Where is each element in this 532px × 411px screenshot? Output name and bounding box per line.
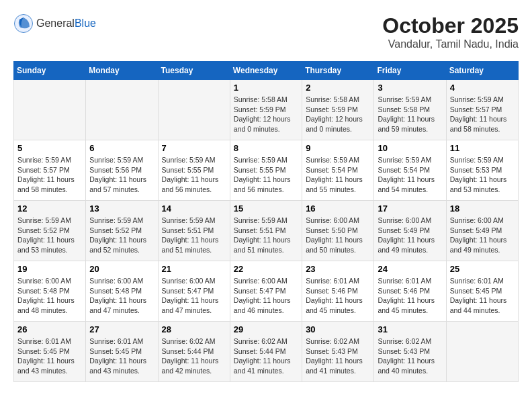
calendar-cell: 29 Sunrise: 6:02 AMSunset: 5:44 PMDaylig… bbox=[230, 322, 302, 382]
day-number: 11 bbox=[450, 143, 515, 153]
day-number: 5 bbox=[17, 143, 82, 153]
day-info: Sunrise: 5:59 AMSunset: 5:57 PMDaylight:… bbox=[17, 155, 82, 195]
day-info: Sunrise: 5:59 AMSunset: 5:54 PMDaylight:… bbox=[306, 155, 370, 195]
weekday-monday: Monday bbox=[86, 62, 158, 80]
calendar-week-3: 12 Sunrise: 5:59 AMSunset: 5:52 PMDaylig… bbox=[14, 201, 519, 261]
day-info: Sunrise: 5:59 AMSunset: 5:53 PMDaylight:… bbox=[450, 155, 515, 195]
day-number: 25 bbox=[450, 264, 515, 274]
logo: GeneralBlue bbox=[13, 13, 96, 34]
day-info: Sunrise: 6:02 AMSunset: 5:44 PMDaylight:… bbox=[162, 336, 226, 376]
weekday-thursday: Thursday bbox=[302, 62, 374, 80]
calendar-cell: 5 Sunrise: 5:59 AMSunset: 5:57 PMDayligh… bbox=[14, 140, 86, 201]
logo-blue: Blue bbox=[75, 17, 96, 29]
day-info: Sunrise: 6:01 AMSunset: 5:46 PMDaylight:… bbox=[306, 276, 370, 316]
weekday-tuesday: Tuesday bbox=[158, 62, 230, 80]
location: Vandalur, Tamil Nadu, India bbox=[382, 38, 519, 50]
calendar-cell bbox=[446, 322, 518, 382]
day-number: 16 bbox=[306, 203, 370, 214]
calendar-week-5: 26 Sunrise: 6:01 AMSunset: 5:45 PMDaylig… bbox=[14, 322, 519, 382]
day-number: 19 bbox=[17, 264, 82, 274]
day-info: Sunrise: 5:59 AMSunset: 5:57 PMDaylight:… bbox=[450, 95, 515, 134]
day-info: Sunrise: 5:59 AMSunset: 5:58 PMDaylight:… bbox=[378, 95, 442, 134]
day-info: Sunrise: 6:00 AMSunset: 5:48 PMDaylight:… bbox=[17, 276, 82, 316]
title-block: October 2025 Vandalur, Tamil Nadu, India bbox=[382, 13, 519, 50]
day-number: 17 bbox=[378, 203, 442, 214]
day-number: 23 bbox=[306, 264, 370, 274]
calendar-cell: 26 Sunrise: 6:01 AMSunset: 5:45 PMDaylig… bbox=[14, 322, 86, 382]
day-info: Sunrise: 5:59 AMSunset: 5:55 PMDaylight:… bbox=[162, 155, 226, 195]
calendar-cell: 20 Sunrise: 6:00 AMSunset: 5:48 PMDaylig… bbox=[86, 261, 158, 322]
day-number: 2 bbox=[306, 83, 370, 93]
calendar-cell: 22 Sunrise: 6:00 AMSunset: 5:47 PMDaylig… bbox=[230, 261, 302, 322]
calendar-cell: 25 Sunrise: 6:01 AMSunset: 5:45 PMDaylig… bbox=[446, 261, 518, 322]
day-info: Sunrise: 6:01 AMSunset: 5:46 PMDaylight:… bbox=[378, 276, 442, 316]
calendar-cell: 31 Sunrise: 6:02 AMSunset: 5:43 PMDaylig… bbox=[374, 322, 446, 382]
logo-general: General bbox=[36, 17, 75, 29]
day-info: Sunrise: 6:00 AMSunset: 5:48 PMDaylight:… bbox=[89, 276, 154, 316]
calendar-cell: 9 Sunrise: 5:59 AMSunset: 5:54 PMDayligh… bbox=[302, 140, 374, 201]
calendar-cell: 4 Sunrise: 5:59 AMSunset: 5:57 PMDayligh… bbox=[446, 80, 518, 140]
day-info: Sunrise: 5:59 AMSunset: 5:54 PMDaylight:… bbox=[378, 155, 442, 195]
calendar-cell: 13 Sunrise: 5:59 AMSunset: 5:52 PMDaylig… bbox=[86, 201, 158, 261]
weekday-row: Sunday Monday Tuesday Wednesday Thursday… bbox=[14, 62, 519, 80]
day-info: Sunrise: 5:58 AMSunset: 5:59 PMDaylight:… bbox=[306, 95, 370, 134]
calendar-cell: 3 Sunrise: 5:59 AMSunset: 5:58 PMDayligh… bbox=[374, 80, 446, 140]
calendar-cell bbox=[86, 80, 158, 140]
day-number: 13 bbox=[89, 203, 154, 214]
day-number: 30 bbox=[306, 324, 370, 334]
day-info: Sunrise: 6:01 AMSunset: 5:45 PMDaylight:… bbox=[450, 276, 515, 316]
calendar-cell: 10 Sunrise: 5:59 AMSunset: 5:54 PMDaylig… bbox=[374, 140, 446, 201]
calendar-table: Sunday Monday Tuesday Wednesday Thursday… bbox=[13, 61, 519, 382]
day-number: 10 bbox=[378, 143, 442, 153]
day-info: Sunrise: 5:58 AMSunset: 5:59 PMDaylight:… bbox=[234, 95, 298, 134]
calendar-cell: 2 Sunrise: 5:58 AMSunset: 5:59 PMDayligh… bbox=[302, 80, 374, 140]
day-number: 20 bbox=[89, 264, 154, 274]
day-info: Sunrise: 6:02 AMSunset: 5:43 PMDaylight:… bbox=[306, 336, 370, 376]
calendar-cell: 12 Sunrise: 5:59 AMSunset: 5:52 PMDaylig… bbox=[14, 201, 86, 261]
day-info: Sunrise: 5:59 AMSunset: 5:51 PMDaylight:… bbox=[234, 216, 298, 255]
day-number: 3 bbox=[378, 83, 442, 93]
calendar-cell: 23 Sunrise: 6:01 AMSunset: 5:46 PMDaylig… bbox=[302, 261, 374, 322]
day-number: 18 bbox=[450, 203, 515, 214]
day-info: Sunrise: 6:00 AMSunset: 5:47 PMDaylight:… bbox=[162, 276, 226, 316]
calendar-cell bbox=[14, 80, 86, 140]
day-number: 9 bbox=[306, 143, 370, 153]
calendar-cell: 1 Sunrise: 5:58 AMSunset: 5:59 PMDayligh… bbox=[230, 80, 302, 140]
day-number: 7 bbox=[162, 143, 226, 153]
day-info: Sunrise: 5:59 AMSunset: 5:52 PMDaylight:… bbox=[89, 216, 154, 255]
weekday-saturday: Saturday bbox=[446, 62, 518, 80]
calendar-week-2: 5 Sunrise: 5:59 AMSunset: 5:57 PMDayligh… bbox=[14, 140, 519, 201]
weekday-friday: Friday bbox=[374, 62, 446, 80]
day-info: Sunrise: 6:02 AMSunset: 5:43 PMDaylight:… bbox=[378, 336, 442, 376]
day-number: 1 bbox=[234, 83, 298, 93]
day-number: 27 bbox=[89, 324, 154, 334]
calendar-cell: 19 Sunrise: 6:00 AMSunset: 5:48 PMDaylig… bbox=[14, 261, 86, 322]
day-number: 24 bbox=[378, 264, 442, 274]
day-info: Sunrise: 6:01 AMSunset: 5:45 PMDaylight:… bbox=[17, 336, 82, 376]
calendar-cell: 16 Sunrise: 6:00 AMSunset: 5:50 PMDaylig… bbox=[302, 201, 374, 261]
calendar-week-1: 1 Sunrise: 5:58 AMSunset: 5:59 PMDayligh… bbox=[14, 80, 519, 140]
day-number: 26 bbox=[17, 324, 82, 334]
calendar-body: 1 Sunrise: 5:58 AMSunset: 5:59 PMDayligh… bbox=[14, 80, 519, 382]
calendar-cell: 18 Sunrise: 6:00 AMSunset: 5:49 PMDaylig… bbox=[446, 201, 518, 261]
day-info: Sunrise: 6:00 AMSunset: 5:47 PMDaylight:… bbox=[234, 276, 298, 316]
day-number: 8 bbox=[234, 143, 298, 153]
calendar-cell: 27 Sunrise: 6:01 AMSunset: 5:45 PMDaylig… bbox=[86, 322, 158, 382]
day-info: Sunrise: 6:00 AMSunset: 5:50 PMDaylight:… bbox=[306, 216, 370, 255]
day-info: Sunrise: 5:59 AMSunset: 5:51 PMDaylight:… bbox=[162, 216, 226, 255]
calendar-cell: 6 Sunrise: 5:59 AMSunset: 5:56 PMDayligh… bbox=[86, 140, 158, 201]
day-number: 28 bbox=[162, 324, 226, 334]
calendar-cell: 7 Sunrise: 5:59 AMSunset: 5:55 PMDayligh… bbox=[158, 140, 230, 201]
day-info: Sunrise: 6:02 AMSunset: 5:44 PMDaylight:… bbox=[234, 336, 298, 376]
month-title: October 2025 bbox=[382, 13, 519, 38]
day-number: 4 bbox=[450, 83, 515, 93]
day-info: Sunrise: 5:59 AMSunset: 5:56 PMDaylight:… bbox=[89, 155, 154, 195]
day-number: 21 bbox=[162, 264, 226, 274]
calendar-cell: 11 Sunrise: 5:59 AMSunset: 5:53 PMDaylig… bbox=[446, 140, 518, 201]
day-info: Sunrise: 5:59 AMSunset: 5:52 PMDaylight:… bbox=[17, 216, 82, 255]
calendar-cell: 14 Sunrise: 5:59 AMSunset: 5:51 PMDaylig… bbox=[158, 201, 230, 261]
calendar-cell: 24 Sunrise: 6:01 AMSunset: 5:46 PMDaylig… bbox=[374, 261, 446, 322]
day-number: 12 bbox=[17, 203, 82, 214]
day-info: Sunrise: 6:01 AMSunset: 5:45 PMDaylight:… bbox=[89, 336, 154, 376]
day-number: 6 bbox=[89, 143, 154, 153]
